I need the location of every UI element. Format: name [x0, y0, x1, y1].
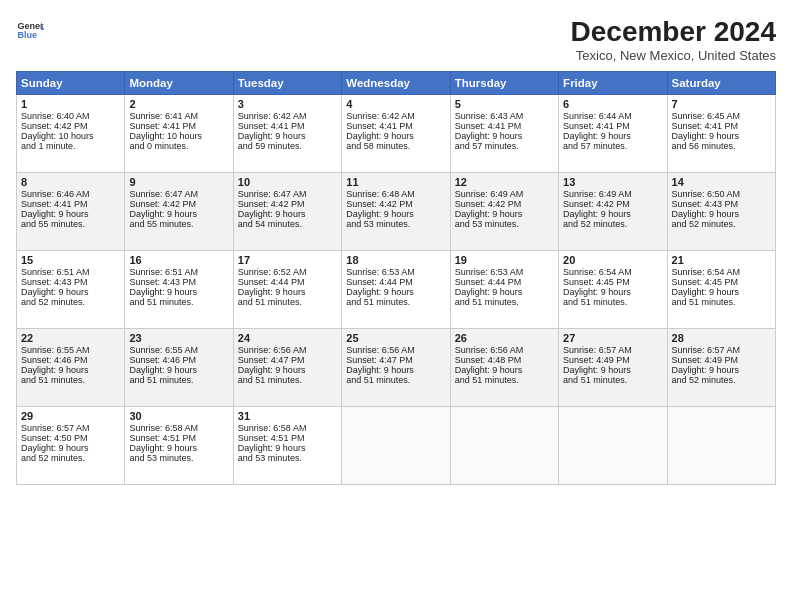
calendar-cell: 10Sunrise: 6:47 AMSunset: 4:42 PMDayligh… [233, 173, 341, 251]
day-info: Sunset: 4:42 PM [238, 199, 337, 209]
day-info: Sunrise: 6:41 AM [129, 111, 228, 121]
day-info: Daylight: 9 hours [129, 209, 228, 219]
day-info: Sunset: 4:42 PM [21, 121, 120, 131]
day-number: 19 [455, 254, 554, 266]
day-info: Daylight: 9 hours [21, 287, 120, 297]
day-number: 26 [455, 332, 554, 344]
calendar-cell: 12Sunrise: 6:49 AMSunset: 4:42 PMDayligh… [450, 173, 558, 251]
day-number: 13 [563, 176, 662, 188]
day-info: Daylight: 9 hours [455, 209, 554, 219]
day-info: Sunrise: 6:57 AM [563, 345, 662, 355]
col-header-monday: Monday [125, 72, 233, 95]
day-info: Sunset: 4:43 PM [21, 277, 120, 287]
day-info: Daylight: 9 hours [563, 365, 662, 375]
day-info: Sunrise: 6:49 AM [455, 189, 554, 199]
week-row-3: 15Sunrise: 6:51 AMSunset: 4:43 PMDayligh… [17, 251, 776, 329]
calendar-cell: 2Sunrise: 6:41 AMSunset: 4:41 PMDaylight… [125, 95, 233, 173]
day-info: Daylight: 10 hours [129, 131, 228, 141]
day-info: Daylight: 9 hours [672, 209, 771, 219]
col-header-saturday: Saturday [667, 72, 775, 95]
day-number: 17 [238, 254, 337, 266]
day-info: and 51 minutes. [672, 297, 771, 307]
day-info: Sunrise: 6:58 AM [129, 423, 228, 433]
day-info: Sunset: 4:41 PM [346, 121, 445, 131]
calendar-cell: 1Sunrise: 6:40 AMSunset: 4:42 PMDaylight… [17, 95, 125, 173]
day-info: and 51 minutes. [563, 375, 662, 385]
day-info: Daylight: 9 hours [21, 443, 120, 453]
day-info: Sunrise: 6:43 AM [455, 111, 554, 121]
day-info: and 58 minutes. [346, 141, 445, 151]
col-header-sunday: Sunday [17, 72, 125, 95]
day-info: Daylight: 9 hours [563, 287, 662, 297]
calendar-cell: 18Sunrise: 6:53 AMSunset: 4:44 PMDayligh… [342, 251, 450, 329]
logo: General Blue [16, 16, 44, 44]
day-info: Sunrise: 6:42 AM [238, 111, 337, 121]
day-info: and 51 minutes. [346, 297, 445, 307]
title-block: December 2024 Texico, New Mexico, United… [571, 16, 776, 63]
day-info: Sunset: 4:41 PM [563, 121, 662, 131]
day-info: Sunrise: 6:50 AM [672, 189, 771, 199]
calendar-cell: 19Sunrise: 6:53 AMSunset: 4:44 PMDayligh… [450, 251, 558, 329]
day-info: and 53 minutes. [346, 219, 445, 229]
day-info: and 51 minutes. [129, 375, 228, 385]
day-info: and 52 minutes. [21, 297, 120, 307]
day-info: and 51 minutes. [21, 375, 120, 385]
day-info: Daylight: 9 hours [129, 443, 228, 453]
day-number: 10 [238, 176, 337, 188]
calendar-cell: 16Sunrise: 6:51 AMSunset: 4:43 PMDayligh… [125, 251, 233, 329]
day-info: Sunrise: 6:56 AM [346, 345, 445, 355]
day-info: Sunrise: 6:44 AM [563, 111, 662, 121]
day-info: Sunrise: 6:48 AM [346, 189, 445, 199]
day-info: Sunset: 4:42 PM [129, 199, 228, 209]
calendar-cell: 28Sunrise: 6:57 AMSunset: 4:49 PMDayligh… [667, 329, 775, 407]
calendar-cell: 30Sunrise: 6:58 AMSunset: 4:51 PMDayligh… [125, 407, 233, 485]
day-info: and 52 minutes. [21, 453, 120, 463]
calendar-cell: 26Sunrise: 6:56 AMSunset: 4:48 PMDayligh… [450, 329, 558, 407]
header: General Blue December 2024 Texico, New M… [16, 16, 776, 63]
day-info: Sunrise: 6:57 AM [672, 345, 771, 355]
day-info: Daylight: 9 hours [238, 131, 337, 141]
svg-text:General: General [17, 21, 44, 31]
col-header-wednesday: Wednesday [342, 72, 450, 95]
calendar-cell [450, 407, 558, 485]
page-container: General Blue December 2024 Texico, New M… [0, 0, 792, 493]
day-number: 22 [21, 332, 120, 344]
day-info: Sunrise: 6:47 AM [129, 189, 228, 199]
day-info: Sunset: 4:44 PM [238, 277, 337, 287]
day-number: 15 [21, 254, 120, 266]
day-number: 8 [21, 176, 120, 188]
day-info: Sunrise: 6:56 AM [238, 345, 337, 355]
day-info: Sunset: 4:42 PM [455, 199, 554, 209]
day-info: Daylight: 9 hours [346, 131, 445, 141]
day-info: Daylight: 9 hours [455, 287, 554, 297]
week-row-1: 1Sunrise: 6:40 AMSunset: 4:42 PMDaylight… [17, 95, 776, 173]
day-number: 31 [238, 410, 337, 422]
day-number: 14 [672, 176, 771, 188]
day-info: Daylight: 9 hours [455, 365, 554, 375]
day-info: Sunset: 4:50 PM [21, 433, 120, 443]
day-number: 23 [129, 332, 228, 344]
day-number: 6 [563, 98, 662, 110]
day-info: Sunset: 4:51 PM [129, 433, 228, 443]
day-info: Daylight: 9 hours [346, 209, 445, 219]
day-info: Sunrise: 6:47 AM [238, 189, 337, 199]
day-info: Sunset: 4:45 PM [563, 277, 662, 287]
day-info: Daylight: 9 hours [129, 287, 228, 297]
day-info: Sunset: 4:42 PM [563, 199, 662, 209]
calendar-cell: 5Sunrise: 6:43 AMSunset: 4:41 PMDaylight… [450, 95, 558, 173]
day-info: Sunrise: 6:40 AM [21, 111, 120, 121]
day-info: Sunset: 4:51 PM [238, 433, 337, 443]
day-number: 11 [346, 176, 445, 188]
day-info: and 51 minutes. [563, 297, 662, 307]
day-info: Daylight: 10 hours [21, 131, 120, 141]
calendar-cell: 24Sunrise: 6:56 AMSunset: 4:47 PMDayligh… [233, 329, 341, 407]
day-info: Sunset: 4:41 PM [238, 121, 337, 131]
calendar-cell: 25Sunrise: 6:56 AMSunset: 4:47 PMDayligh… [342, 329, 450, 407]
day-info: Sunrise: 6:55 AM [21, 345, 120, 355]
calendar-cell: 31Sunrise: 6:58 AMSunset: 4:51 PMDayligh… [233, 407, 341, 485]
day-number: 12 [455, 176, 554, 188]
day-number: 5 [455, 98, 554, 110]
calendar-cell: 17Sunrise: 6:52 AMSunset: 4:44 PMDayligh… [233, 251, 341, 329]
day-info: Daylight: 9 hours [346, 365, 445, 375]
col-header-thursday: Thursday [450, 72, 558, 95]
